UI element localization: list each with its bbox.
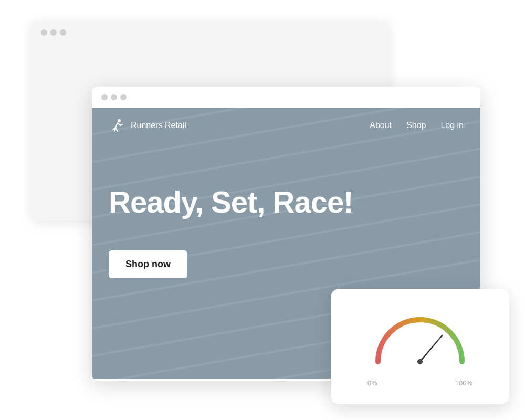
- site-nav: Runners Retail About Shop Log in: [92, 108, 480, 143]
- traffic-light-2: [50, 29, 57, 36]
- gauge-card: 0% 100%: [331, 289, 509, 404]
- traffic-lights-back: [32, 21, 388, 44]
- nav-shop[interactable]: Shop: [406, 121, 426, 130]
- hero-title: Ready, Set, Race!: [109, 185, 464, 219]
- gauge-container: [368, 307, 472, 375]
- gauge-label-right: 100%: [455, 379, 472, 387]
- traffic-light-1: [41, 29, 47, 36]
- nav-links: About Shop Log in: [370, 121, 464, 130]
- runner-icon: [109, 117, 125, 134]
- traffic-light-4: [101, 94, 108, 100]
- svg-point-0: [118, 119, 121, 122]
- gauge-svg: [368, 307, 472, 375]
- svg-line-1: [420, 335, 442, 362]
- traffic-light-6: [120, 94, 127, 100]
- brand-name: Runners Retail: [131, 121, 186, 130]
- svg-point-2: [417, 359, 423, 364]
- traffic-light-3: [60, 29, 66, 36]
- gauge-labels: 0% 100%: [368, 379, 472, 387]
- traffic-lights-front: [92, 87, 480, 108]
- shop-now-button[interactable]: Shop now: [109, 250, 187, 278]
- nav-login[interactable]: Log in: [440, 121, 464, 130]
- nav-about[interactable]: About: [370, 121, 392, 130]
- nav-brand: Runners Retail: [109, 117, 186, 134]
- hero-section: Ready, Set, Race! Shop now: [92, 143, 480, 299]
- gauge-label-left: 0%: [368, 379, 377, 387]
- traffic-light-5: [111, 94, 117, 100]
